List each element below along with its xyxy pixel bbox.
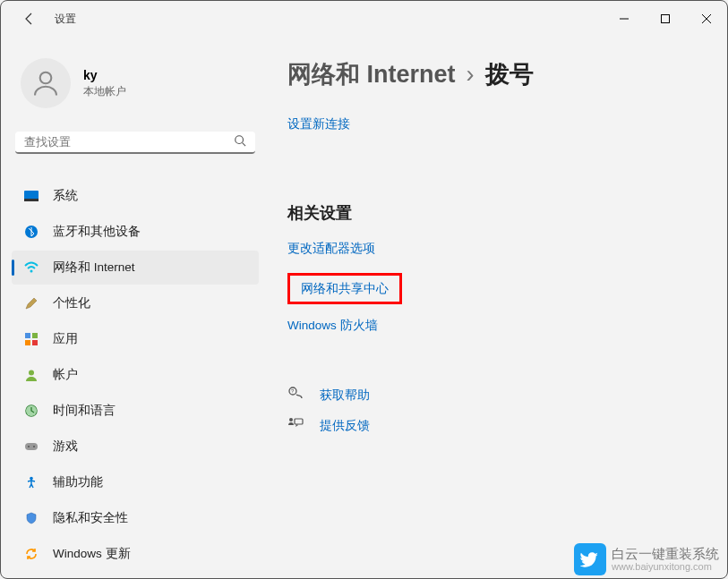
sidebar-item-label: Windows 更新 — [53, 546, 131, 562]
search-input[interactable] — [24, 135, 234, 149]
user-name: ky — [83, 68, 126, 82]
svg-point-2 — [40, 72, 52, 84]
search-box[interactable] — [15, 132, 255, 154]
give-feedback-link[interactable]: 提供反馈 — [320, 418, 370, 434]
svg-rect-23 — [295, 419, 303, 424]
svg-rect-16 — [25, 443, 38, 450]
sidebar-item-update[interactable]: Windows 更新 — [12, 537, 259, 571]
breadcrumb-parent[interactable]: 网络和 Internet — [287, 58, 456, 90]
sidebar-item-accounts[interactable]: 帐户 — [12, 358, 259, 392]
svg-point-13 — [29, 370, 34, 376]
update-icon — [22, 545, 40, 563]
breadcrumb: 网络和 Internet › 拨号 — [287, 58, 700, 90]
sidebar-item-accessibility[interactable]: 辅助功能 — [12, 465, 259, 499]
clock-icon — [22, 402, 40, 420]
sidebar-item-label: 时间和语言 — [53, 403, 116, 419]
watermark-text: 白云一键重装系统 — [612, 547, 719, 562]
svg-rect-11 — [25, 340, 30, 345]
svg-point-22 — [289, 418, 293, 421]
svg-rect-1 — [662, 15, 670, 23]
person-icon — [22, 366, 40, 384]
brush-icon — [22, 294, 40, 312]
main-content: 网络和 Internet › 拨号 设置新连接 相关设置 更改适配器选项 网络和… — [270, 37, 727, 578]
svg-line-4 — [243, 143, 246, 147]
sidebar-item-network[interactable]: 网络和 Internet — [12, 251, 259, 285]
sidebar-item-label: 隐私和安全性 — [53, 510, 128, 526]
svg-rect-12 — [32, 340, 38, 345]
app-title: 设置 — [55, 12, 76, 27]
sidebar: ky 本地帐户 系统 蓝牙和其他设备 — [1, 37, 270, 578]
sidebar-item-apps[interactable]: 应用 — [12, 322, 259, 356]
sidebar-item-label: 个性化 — [53, 295, 90, 311]
get-help-link[interactable]: 获取帮助 — [320, 387, 370, 404]
sidebar-item-system[interactable]: 系统 — [12, 179, 259, 213]
sidebar-item-privacy[interactable]: 隐私和安全性 — [12, 501, 259, 535]
apps-icon — [22, 330, 40, 348]
windows-firewall-link[interactable]: Windows 防火墙 — [287, 318, 378, 334]
watermark-logo-icon — [574, 543, 606, 575]
user-block[interactable]: ky 本地帐户 — [8, 42, 262, 128]
wifi-icon — [22, 259, 40, 277]
network-sharing-center-link[interactable]: 网络和共享中心 — [301, 281, 389, 297]
sidebar-item-gaming[interactable]: 游戏 — [12, 430, 259, 464]
svg-point-3 — [236, 136, 244, 144]
change-adapter-link[interactable]: 更改适配器选项 — [287, 241, 375, 257]
setup-new-connection-link[interactable]: 设置新连接 — [287, 116, 350, 132]
close-button[interactable] — [686, 4, 727, 33]
sidebar-item-bluetooth[interactable]: 蓝牙和其他设备 — [12, 215, 259, 249]
watermark: 白云一键重装系统 www.baiyunxitong.com — [574, 543, 719, 575]
sidebar-item-label: 应用 — [53, 331, 78, 347]
sidebar-item-personalization[interactable]: 个性化 — [12, 286, 259, 320]
maximize-button[interactable] — [645, 4, 686, 33]
window-controls — [604, 4, 727, 33]
sidebar-item-label: 蓝牙和其他设备 — [53, 224, 141, 240]
avatar — [21, 58, 71, 108]
system-icon — [22, 187, 40, 205]
sidebar-item-label: 系统 — [53, 188, 78, 204]
titlebar: 设置 — [1, 1, 727, 37]
bluetooth-icon — [22, 223, 40, 241]
accessibility-icon — [22, 473, 40, 491]
svg-point-19 — [30, 477, 33, 481]
sidebar-item-label: 帐户 — [53, 367, 78, 383]
breadcrumb-current: 拨号 — [485, 58, 534, 90]
highlight-box: 网络和共享中心 — [287, 273, 402, 304]
feedback-icon — [287, 417, 305, 434]
back-button[interactable] — [17, 6, 42, 31]
sidebar-item-time-language[interactable]: 时间和语言 — [12, 394, 259, 428]
svg-rect-9 — [25, 333, 30, 338]
minimize-button[interactable] — [604, 4, 645, 33]
svg-point-18 — [33, 446, 35, 447]
svg-rect-6 — [24, 199, 39, 201]
nav: 系统 蓝牙和其他设备 网络和 Internet 个性化 应用 — [8, 179, 262, 571]
help-icon: ? — [287, 386, 305, 404]
chevron-right-icon: › — [467, 61, 475, 89]
related-settings-title: 相关设置 — [287, 202, 700, 224]
svg-rect-10 — [32, 333, 38, 338]
svg-point-17 — [28, 446, 30, 447]
svg-point-8 — [30, 270, 33, 273]
search-icon — [234, 134, 246, 149]
user-subtitle: 本地帐户 — [83, 84, 126, 99]
sidebar-item-label: 网络和 Internet — [53, 260, 135, 276]
gamepad-icon — [22, 438, 40, 456]
sidebar-item-label: 辅助功能 — [53, 474, 103, 490]
sidebar-item-label: 游戏 — [53, 439, 78, 455]
svg-text:?: ? — [291, 388, 295, 394]
shield-icon — [22, 509, 40, 527]
watermark-url: www.baiyunxitong.com — [612, 561, 719, 572]
